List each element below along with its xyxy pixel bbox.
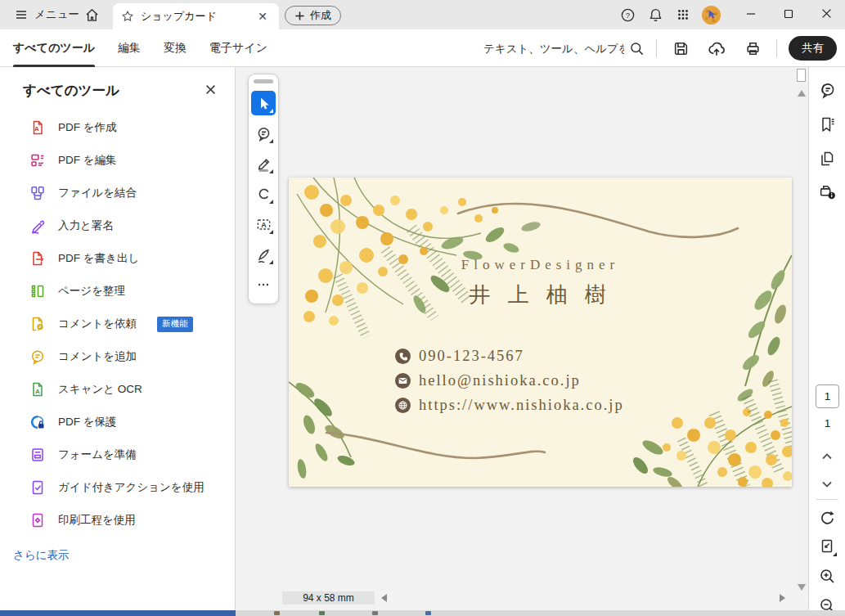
show-more-link[interactable]: さらに表示 [13, 548, 69, 563]
minimize-button[interactable] [732, 0, 770, 27]
search-input[interactable] [483, 43, 624, 55]
share-button[interactable]: 共有 [789, 36, 837, 61]
previous-page-button[interactable] [814, 443, 840, 470]
home-button[interactable] [79, 4, 104, 25]
svg-text:?: ? [625, 11, 629, 20]
tab-convert[interactable]: 変換 [164, 29, 187, 67]
svg-text:A: A [35, 388, 40, 395]
globe-icon [395, 398, 411, 413]
tab-title: ショップカード [141, 9, 248, 24]
all-tools-panel: すべてのツール A PDF を作成 PDF を編集 [0, 67, 236, 610]
select-text-button[interactable]: A [251, 212, 276, 236]
maximize-button[interactable] [770, 0, 807, 27]
tool-item-print-production[interactable]: 印刷工程を使用 [0, 504, 235, 537]
help-icon: ? [620, 7, 636, 23]
tool-item-protect-pdf[interactable]: PDF を保護 [0, 406, 235, 438]
scroll-left-arrow[interactable] [381, 594, 387, 602]
panel-title: すべてのツール [23, 83, 119, 97]
scroll-down-arrow[interactable] [798, 584, 806, 591]
divider [816, 499, 838, 500]
phone-row: 090-123-4567 [395, 344, 624, 368]
print-button[interactable] [740, 36, 765, 61]
star-icon [121, 10, 134, 23]
close-button[interactable] [807, 0, 845, 27]
add-comment-button[interactable] [251, 121, 276, 146]
create-button[interactable]: 作成 [285, 6, 341, 25]
tool-item-organize-pages[interactable]: ページを整理 [0, 275, 235, 308]
hamburger-icon [15, 8, 28, 21]
app-launcher-button[interactable] [672, 3, 694, 26]
tool-item-add-comments[interactable]: コメントを追加 [0, 340, 235, 373]
divider [776, 39, 777, 57]
horizontal-scrollbar[interactable]: 94 x 58 mm [236, 591, 808, 605]
page-thumbnails-button[interactable] [814, 146, 840, 172]
chevron-down-icon [820, 477, 834, 492]
window-controls [732, 0, 845, 27]
attachments-info-button[interactable] [814, 178, 840, 205]
tab-edit[interactable]: 編集 [118, 29, 141, 67]
quick-tools-toolbar: A [248, 74, 279, 304]
bell-icon [648, 7, 663, 23]
page-fit-button[interactable] [814, 533, 840, 560]
tool-item-scan-ocr[interactable]: A スキャンと OCR [0, 373, 235, 406]
tool-item-export-pdf[interactable]: PDF を書き出し [0, 242, 235, 275]
fill-sign-icon [29, 218, 46, 234]
create-pdf-icon: A [29, 119, 46, 136]
tool-item-fill-sign[interactable]: 入力と署名 [0, 209, 235, 242]
new-feature-badge: 新機能 [157, 317, 193, 332]
bookmarks-panel-button[interactable] [814, 111, 840, 137]
comments-panel-button[interactable] [814, 77, 840, 103]
draw-tool-button[interactable] [251, 182, 276, 206]
document-tab[interactable]: ショップカード ✕ [113, 3, 279, 29]
scan-ocr-icon: A [29, 381, 46, 398]
tool-item-combine-files[interactable]: ファイルを結合 [0, 177, 235, 209]
highlight-tool-button[interactable] [251, 151, 276, 176]
fill-sign-tool-button[interactable] [251, 242, 276, 267]
vertical-scrollbar[interactable] [795, 67, 808, 597]
minimize-icon [746, 9, 756, 19]
tool-item-prepare-form[interactable]: フォームを準備 [0, 438, 235, 471]
request-comments-icon [29, 316, 46, 332]
tab-all-tools[interactable]: すべてのツール [13, 29, 95, 67]
plus-icon [294, 11, 305, 21]
menu-button[interactable]: メニュー [8, 4, 86, 25]
next-page-button[interactable] [814, 471, 840, 497]
upload-cloud-button[interactable] [704, 36, 729, 61]
cloud-upload-icon [708, 39, 726, 57]
tool-item-create-pdf[interactable]: A PDF を作成 [0, 111, 235, 144]
search-box[interactable] [483, 41, 645, 56]
rotate-icon [818, 510, 836, 528]
pdf-page-business-card[interactable]: FlowerDesigner 井 上 柚 樹 090-123-4567 [289, 178, 792, 487]
scrollbar-thumb[interactable] [797, 69, 806, 82]
panel-close-icon[interactable] [202, 81, 218, 97]
more-tools-button[interactable] [251, 272, 276, 297]
zoom-in-icon [818, 567, 836, 585]
help-button[interactable]: ? [616, 3, 639, 26]
bookmark-icon [818, 115, 836, 133]
page-size-indicator: 94 x 58 mm [282, 591, 375, 605]
create-label: 作成 [310, 8, 331, 23]
email-row: hello@nishioka.co.jp [395, 368, 624, 393]
zoom-in-button[interactable] [814, 563, 840, 589]
edit-pdf-icon [29, 152, 46, 169]
save-button[interactable] [668, 36, 693, 61]
tab-close-icon[interactable]: ✕ [254, 9, 271, 24]
tab-esign[interactable]: 電子サイン [209, 29, 267, 67]
rotate-page-button[interactable] [814, 506, 840, 532]
tool-item-edit-pdf[interactable]: PDF を編集 [0, 144, 235, 177]
svg-text:A: A [34, 125, 39, 133]
toolbar-drag-handle[interactable] [254, 79, 273, 83]
titlebar-icons: ? [616, 3, 722, 26]
scroll-right-arrow[interactable] [780, 594, 785, 602]
tool-item-request-comments[interactable]: コメントを依頼 新機能 [0, 308, 235, 340]
email-address: hello@nishioka.co.jp [419, 372, 581, 389]
profile-avatar[interactable] [699, 3, 722, 26]
notifications-button[interactable] [644, 3, 667, 26]
add-comments-icon [29, 348, 46, 365]
card-floral-artwork [289, 178, 792, 487]
scroll-up-arrow[interactable] [798, 90, 806, 97]
select-tool-button[interactable] [251, 91, 276, 115]
tool-item-guided-actions[interactable]: ガイド付きアクションを使用 [0, 471, 235, 504]
page-number-input[interactable] [816, 384, 839, 408]
maximize-icon [784, 9, 793, 19]
